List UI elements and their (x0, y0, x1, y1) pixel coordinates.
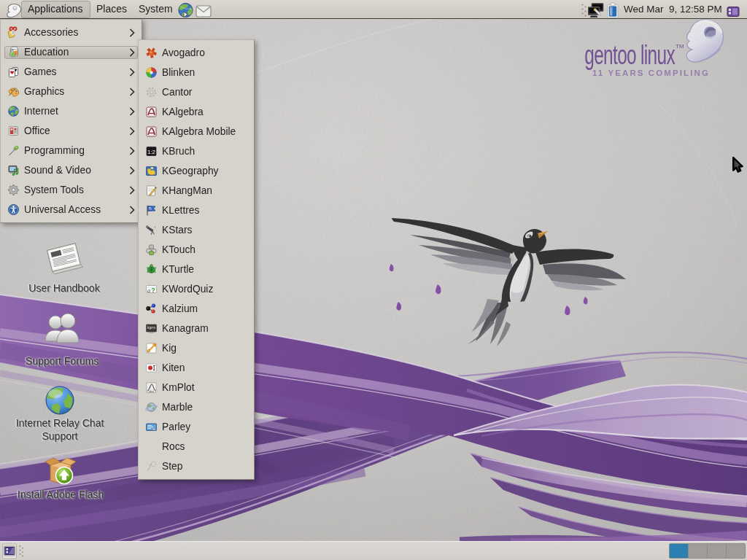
svg-text:f(x): f(x) (150, 389, 155, 393)
svg-text:?: ? (151, 287, 155, 294)
svg-text:a: a (147, 287, 150, 294)
svg-text:kgrm: kgrm (147, 325, 155, 330)
svg-text:1:2: 1:2 (147, 149, 156, 155)
